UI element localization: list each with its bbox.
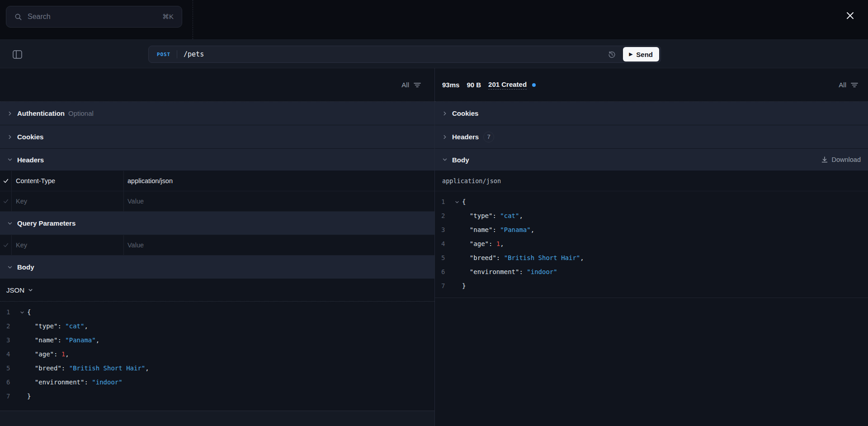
section-authentication[interactable]: Authentication Optional	[0, 102, 434, 125]
check-icon-dim	[3, 242, 9, 248]
response-panel-filler	[435, 298, 868, 426]
header-key-input[interactable]: Key	[12, 191, 124, 211]
request-filter-button[interactable]: All	[401, 81, 421, 89]
history-button[interactable]	[607, 49, 618, 60]
code-line[interactable]: 4 "age": 1,	[435, 237, 868, 251]
code-line[interactable]: 7}	[435, 279, 868, 293]
code-text: {	[462, 195, 466, 209]
search-box[interactable]: ⌘K	[6, 6, 182, 28]
check-icon-dim	[3, 198, 9, 204]
row-enabled-checkbox[interactable]	[0, 191, 12, 211]
chevron-right-icon	[5, 133, 14, 142]
code-line[interactable]: 6 "environment": "indoor"	[0, 375, 434, 389]
chevron-down-icon	[440, 155, 449, 164]
response-stats: 93ms 90 B 201 Created	[435, 80, 536, 90]
optional-hint: Optional	[68, 109, 94, 117]
query-key-input[interactable]: Key	[12, 235, 124, 255]
query-value-input[interactable]: Value	[124, 235, 434, 255]
status-dot-icon	[532, 83, 536, 87]
body-format-select[interactable]: JSON	[0, 279, 434, 302]
header-value-input[interactable]: application/json	[124, 171, 434, 191]
request-filter-label: All	[401, 81, 409, 89]
code-line[interactable]: 7}	[0, 389, 434, 403]
chevron-down-icon	[5, 219, 14, 228]
headers-count-badge: 7	[483, 132, 494, 142]
section-response-cookies[interactable]: Cookies	[435, 102, 868, 125]
content-area: All Authentication Optional Cookies Head…	[0, 68, 868, 426]
section-label: Authentication	[17, 109, 65, 117]
section-request-cookies[interactable]: Cookies	[0, 125, 434, 149]
request-panel: All Authentication Optional Cookies Head…	[0, 68, 435, 426]
fold-chevron-icon[interactable]	[17, 305, 27, 319]
code-line[interactable]: 2 "type": "cat",	[435, 209, 868, 223]
response-content-type: application/json	[435, 171, 868, 191]
history-clock-icon	[608, 50, 616, 59]
code-line[interactable]: 4 "age": 1,	[0, 347, 434, 361]
row-enabled-checkbox[interactable]	[0, 171, 12, 191]
section-request-body[interactable]: Body	[0, 256, 434, 279]
request-filter-row: All	[0, 68, 434, 102]
chevron-right-icon	[440, 133, 449, 142]
response-duration: 93ms	[442, 81, 459, 89]
url-input[interactable]: /pets	[177, 50, 607, 58]
fold-chevron-icon[interactable]	[452, 195, 462, 209]
code-line[interactable]: 2 "type": "cat",	[0, 319, 434, 333]
line-number: 4	[435, 237, 452, 251]
line-number: 5	[0, 361, 17, 375]
code-line[interactable]: 5 "breed": "British Short Hair",	[0, 361, 434, 375]
search-input[interactable]	[28, 13, 157, 21]
fold-spacer	[452, 237, 462, 251]
code-text: "environment": "indoor"	[462, 265, 557, 279]
address-bar[interactable]: POST /pets ▶ Send	[148, 46, 661, 63]
row-enabled-checkbox[interactable]	[0, 235, 12, 255]
section-response-body[interactable]: Body Download	[435, 149, 868, 171]
body-format-value: JSON	[6, 286, 24, 294]
section-label: Body	[452, 156, 469, 164]
code-line[interactable]: 3 "name": "Panama",	[435, 223, 868, 237]
line-number: 2	[435, 209, 452, 223]
fold-spacer	[452, 209, 462, 223]
check-icon	[3, 178, 9, 184]
send-button[interactable]: ▶ Send	[623, 47, 659, 62]
code-text: "type": "cat",	[462, 209, 523, 223]
code-text: }	[462, 279, 466, 293]
response-status-link[interactable]: 201 Created	[488, 80, 527, 90]
code-text: "breed": "British Short Hair",	[462, 251, 584, 265]
download-icon	[821, 156, 828, 163]
topbar-divider	[193, 0, 193, 39]
send-button-label: Send	[636, 51, 653, 58]
response-filter-row: 93ms 90 B 201 Created All	[435, 68, 868, 102]
line-number: 6	[0, 375, 17, 389]
header-key-input[interactable]: Content-Type	[12, 171, 124, 191]
code-line[interactable]: 1{	[0, 305, 434, 319]
code-line[interactable]: 5 "breed": "British Short Hair",	[435, 251, 868, 265]
code-line[interactable]: 3 "name": "Panama",	[0, 333, 434, 347]
fold-spacer	[452, 223, 462, 237]
header-value-input[interactable]: Value	[124, 191, 434, 211]
request-body-editor[interactable]: 1{2 "type": "cat",3 "name": "Panama",4 "…	[0, 302, 434, 411]
code-text: "age": 1,	[27, 347, 69, 361]
close-button[interactable]	[844, 9, 856, 22]
section-response-headers[interactable]: Headers 7	[435, 125, 868, 149]
fold-spacer	[17, 319, 27, 333]
code-text: "name": "Panama",	[27, 333, 99, 347]
download-button[interactable]: Download	[821, 156, 861, 163]
section-label: Cookies	[17, 133, 43, 141]
response-filter-label: All	[839, 81, 846, 89]
http-method-badge[interactable]: POST	[149, 52, 177, 57]
response-body-viewer[interactable]: 1{2 "type": "cat",3 "name": "Panama",4 "…	[435, 191, 868, 298]
code-line[interactable]: 6 "environment": "indoor"	[435, 265, 868, 279]
section-label: Query Parameters	[17, 219, 75, 227]
line-number: 7	[435, 279, 452, 293]
code-line[interactable]: 1{	[435, 195, 868, 209]
sidebar-toggle-button[interactable]	[12, 49, 23, 60]
chevron-right-icon	[440, 109, 449, 118]
section-query-parameters[interactable]: Query Parameters	[0, 212, 434, 235]
download-label: Download	[832, 156, 861, 163]
filter-icon	[851, 82, 858, 88]
line-number: 2	[0, 319, 17, 333]
play-icon: ▶	[629, 52, 633, 57]
response-filter-button[interactable]: All	[839, 81, 858, 89]
section-request-headers[interactable]: Headers	[0, 149, 434, 171]
fold-spacer	[452, 251, 462, 265]
